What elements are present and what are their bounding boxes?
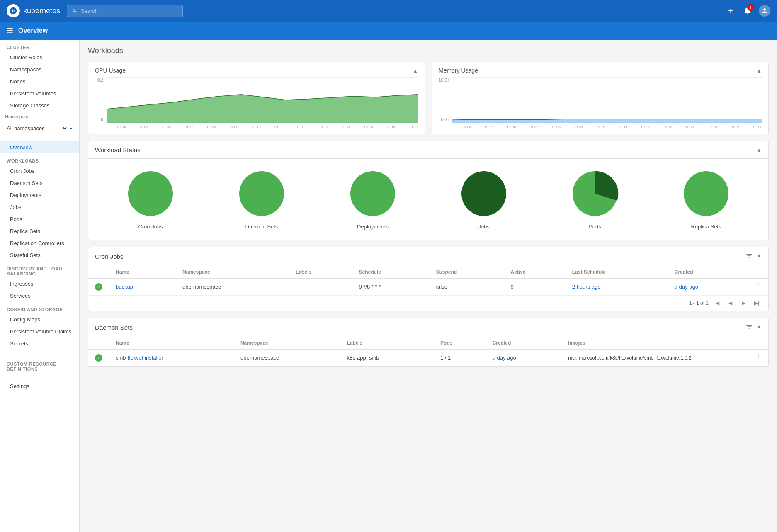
cpu-chart-collapse[interactable]: ▲ <box>413 68 418 74</box>
ds-col-namespace[interactable]: Namespace <box>234 337 340 350</box>
main-layout: Cluster Cluster Roles Namespaces Nodes P… <box>0 40 777 532</box>
sidebar-item-replica-sets[interactable]: Replica Sets <box>0 225 79 237</box>
sidebar-item-replication-controllers[interactable]: Replication Controllers <box>0 237 79 249</box>
daemon-sets-section: Daemon Sets ▲ Name Namespace Labels Pods <box>88 318 769 367</box>
workload-cron-jobs[interactable]: Cron Jobs <box>126 169 175 230</box>
col-created[interactable]: Created <box>668 266 748 279</box>
filter-icon[interactable] <box>745 252 753 261</box>
namespace-dropdown[interactable]: All namespaces default kube-system dbe-n… <box>5 125 68 132</box>
app-logo[interactable]: kubernetes <box>7 4 60 17</box>
add-button[interactable]: + <box>725 5 736 17</box>
ds-col-pods[interactable]: Pods <box>434 337 486 350</box>
row-menu[interactable]: ⋮ <box>755 283 762 290</box>
sidebar-item-persistent-volumes[interactable]: Persistent Volumes <box>0 87 79 100</box>
ds-row-pods: 1 / 1 <box>434 350 486 366</box>
sidebar-item-storage-classes[interactable]: Storage Classes <box>0 100 79 112</box>
sidebar-item-services[interactable]: Services <box>0 290 79 302</box>
col-suspend[interactable]: Suspend <box>429 266 504 279</box>
notification-badge: 2 <box>747 4 754 11</box>
ds-row-menu[interactable]: ⋮ <box>755 354 762 361</box>
search-bar[interactable] <box>67 5 183 17</box>
sidebar-item-jobs[interactable]: Jobs <box>0 201 79 213</box>
col-active[interactable]: Active <box>504 266 566 279</box>
top-nav-right: + 2 <box>725 5 770 17</box>
daemon-set-row: ✓ smb-flexvol-installer dbe-namespace k8… <box>88 350 768 366</box>
ds-row-labels: k8s-app: smb <box>340 350 434 366</box>
daemon-sets-collapse[interactable]: ▲ <box>756 323 762 332</box>
sidebar-item-pods[interactable]: Pods <box>0 213 79 225</box>
col-last-schedule[interactable]: Last Schedule <box>566 266 668 279</box>
replica-sets-label: Replica Sets <box>691 223 721 230</box>
last-page-btn[interactable]: ▶| <box>752 298 762 308</box>
namespace-selector[interactable]: All namespaces default kube-system dbe-n… <box>5 123 74 134</box>
sidebar-item-settings[interactable]: Settings <box>0 380 79 392</box>
next-page-btn[interactable]: ▶ <box>738 298 748 308</box>
workload-status-row: Cron Jobs Daemon Sets Deployments <box>88 159 768 240</box>
workload-daemon-sets[interactable]: Daemon Sets <box>237 169 287 230</box>
row-schedule: 0 */8 * * * <box>352 279 429 295</box>
sidebar-item-config-maps[interactable]: Config Maps <box>0 313 79 326</box>
daemon-filter-icon[interactable] <box>745 323 753 332</box>
search-input[interactable] <box>81 8 177 14</box>
collapse-icon[interactable]: ▲ <box>756 147 762 153</box>
app-name: kubernetes <box>23 7 60 15</box>
ds-col-name[interactable]: Name <box>109 337 234 350</box>
first-page-btn[interactable]: |◀ <box>712 298 722 308</box>
col-labels[interactable]: Labels <box>289 266 352 279</box>
col-name[interactable]: Name <box>109 266 176 279</box>
daemon-sets-header: Daemon Sets ▲ <box>88 318 768 337</box>
cron-jobs-header: Cron Jobs ▲ <box>88 247 768 266</box>
col-namespace[interactable]: Namespace <box>176 266 289 279</box>
memory-chart-collapse[interactable]: ▲ <box>756 68 762 74</box>
sidebar-item-ingresses[interactable]: Ingresses <box>0 278 79 290</box>
jobs-label: Jobs <box>478 223 489 230</box>
memory-chart-card: Memory Usage ▲ 10 Gi 0 Gi <box>432 62 769 134</box>
ds-col-status <box>88 337 109 350</box>
user-avatar[interactable] <box>759 5 770 17</box>
sidebar-item-overview[interactable]: Overview <box>0 141 79 153</box>
workload-replica-sets[interactable]: Replica Sets <box>681 169 731 230</box>
ds-row-name[interactable]: smb-flexvol-installer <box>109 350 234 366</box>
cpu-chart-svg <box>107 77 418 123</box>
workload-pods[interactable]: Pods <box>570 169 620 230</box>
sidebar-item-secrets[interactable]: Secrets <box>0 338 79 350</box>
cpu-chart-card: CPU Usage ▲ 0.2 0 CPU (cores) <box>88 62 425 134</box>
cron-jobs-collapse[interactable]: ▲ <box>756 252 762 261</box>
svg-point-6 <box>128 171 173 216</box>
status-ok-icon: ✓ <box>95 283 102 291</box>
sidebar-item-namespaces[interactable]: Namespaces <box>0 63 79 75</box>
ds-col-images[interactable]: Images <box>561 337 748 350</box>
main-content: Workloads CPU Usage ▲ 0.2 0 CPU (cores) <box>80 40 777 532</box>
search-icon <box>72 8 78 14</box>
col-schedule[interactable]: Schedule <box>352 266 429 279</box>
row-suspend: false <box>429 279 504 295</box>
current-section-title: Overview <box>18 27 48 34</box>
ds-col-created[interactable]: Created <box>486 337 562 350</box>
notifications-button[interactable]: 2 <box>743 6 752 16</box>
sidebar-item-daemon-sets[interactable]: Daemon Sets <box>0 177 79 189</box>
sidebar-item-deployments[interactable]: Deployments <box>0 189 79 201</box>
sidebar-item-cluster-roles[interactable]: Cluster Roles <box>0 51 79 63</box>
cron-job-row: ✓ backup dbe-namespace - 0 */8 * * * fal… <box>88 279 768 295</box>
daemon-sets-label: Daemon Sets <box>245 223 278 230</box>
memory-chart-title: Memory Usage <box>439 67 478 74</box>
ds-row-created: a day ago <box>486 350 562 366</box>
svg-point-11 <box>684 171 728 216</box>
workload-jobs[interactable]: Jobs <box>459 169 509 230</box>
charts-row: CPU Usage ▲ 0.2 0 CPU (cores) <box>88 62 769 134</box>
prev-page-btn[interactable]: ◀ <box>725 298 735 308</box>
workload-status-actions: ▲ <box>756 147 762 153</box>
daemon-sets-pie <box>237 169 287 219</box>
hamburger-menu[interactable]: ☰ <box>7 26 13 35</box>
row-created: a day ago <box>668 279 748 295</box>
memory-x-labels: 19:0419:0519:0619:0719:0819:0919:1019:11… <box>452 125 762 129</box>
row-name[interactable]: backup <box>109 279 176 295</box>
ds-col-labels[interactable]: Labels <box>340 337 434 350</box>
workload-deployments[interactable]: Deployments <box>348 169 398 230</box>
row-last-schedule: 2 hours ago <box>566 279 668 295</box>
sidebar-item-cron-jobs[interactable]: Cron Jobs <box>0 165 79 177</box>
sidebar-item-persistent-volume-claims[interactable]: Persistent Volume Claims <box>0 326 79 338</box>
sub-nav: ☰ Overview <box>0 22 777 40</box>
sidebar-item-nodes[interactable]: Nodes <box>0 75 79 87</box>
sidebar-item-stateful-sets[interactable]: Stateful Sets <box>0 249 79 261</box>
